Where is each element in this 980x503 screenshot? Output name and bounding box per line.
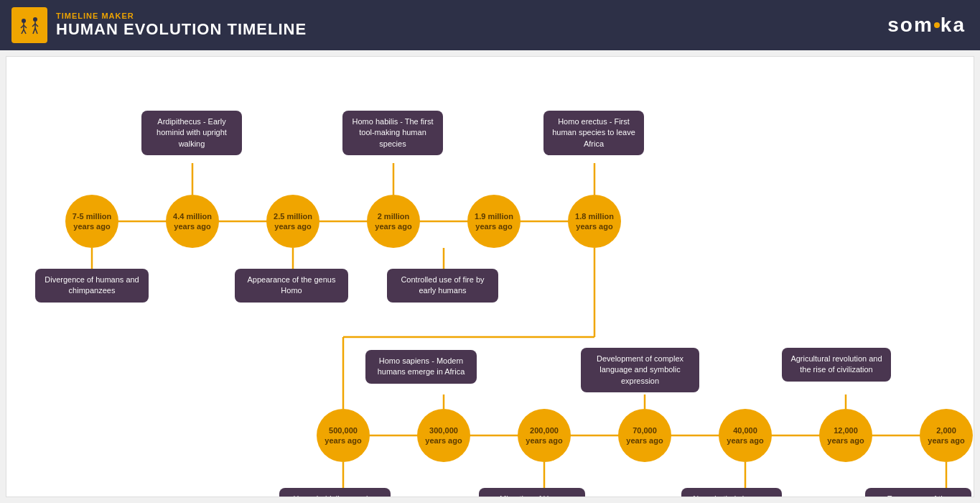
label-controlled-fire: Controlled use of fire by early humans bbox=[387, 269, 498, 303]
label-migration: Migration of Homo sapiens out of Africa bbox=[479, 488, 585, 497]
circle-7-5m: 7-5 million years ago bbox=[65, 195, 118, 248]
header: TIMELINE MAKER HUMAN EVOLUTION TIMELINE … bbox=[0, 0, 980, 50]
svg-line-11 bbox=[35, 28, 37, 34]
label-homo-erectus: Homo erectus - First human species to le… bbox=[543, 111, 644, 155]
svg-point-6 bbox=[33, 17, 37, 22]
circle-2-5m: 2.5 million years ago bbox=[266, 195, 319, 248]
label-neanderthals: Neanderthals become extinct bbox=[681, 488, 782, 497]
circle-40k: 40,000 years ago bbox=[719, 409, 772, 462]
svg-line-5 bbox=[24, 29, 26, 34]
circle-2m: 2 million years ago bbox=[367, 195, 420, 248]
timeline-area: Ardipithecus - Early hominid with uprigh… bbox=[6, 57, 974, 497]
label-genus-homo: Appearance of the genus Homo bbox=[235, 269, 348, 303]
logo bbox=[11, 7, 47, 43]
label-ardipithecus: Ardipithecus - Early hominid with uprigh… bbox=[141, 111, 242, 155]
circle-200k: 200,000 years ago bbox=[518, 409, 571, 462]
svg-line-4 bbox=[22, 29, 24, 34]
circle-12k: 12,000 years ago bbox=[819, 409, 872, 462]
circle-4-4m: 4.4 million years ago bbox=[166, 195, 219, 248]
circle-2k: 2,000 years ago bbox=[920, 409, 973, 462]
main-content: Ardipithecus - Early hominid with uprigh… bbox=[6, 56, 974, 497]
label-homo-habilis: Homo habilis - The first tool-making hum… bbox=[342, 111, 443, 155]
label-scientific-study: Emergence of the scientific study of hum… bbox=[865, 488, 971, 497]
circle-1-8m: 1.8 million years ago bbox=[568, 195, 621, 248]
label-agriculture: Agricultural revolution and the rise of … bbox=[782, 348, 891, 382]
label-complex-language: Development of complex language and symb… bbox=[581, 348, 699, 392]
header-text: TIMELINE MAKER HUMAN EVOLUTION TIMELINE bbox=[56, 11, 307, 39]
brand-name: somka bbox=[887, 14, 966, 37]
circle-500k: 500,000 years ago bbox=[317, 409, 370, 462]
svg-line-10 bbox=[33, 28, 35, 34]
label-heidelbergensis: Homo heidelbergensis - Common ancestor o… bbox=[279, 488, 391, 497]
header-subtitle: TIMELINE MAKER bbox=[56, 11, 307, 20]
circle-300k: 300,000 years ago bbox=[417, 409, 470, 462]
circle-1-9m: 1.9 million years ago bbox=[467, 195, 521, 248]
header-title: HUMAN EVOLUTION TIMELINE bbox=[56, 20, 307, 39]
label-homo-sapiens: Homo sapiens - Modern humans emerge in A… bbox=[365, 350, 477, 384]
circle-70k: 70,000 years ago bbox=[618, 409, 671, 462]
svg-point-0 bbox=[22, 19, 26, 23]
label-divergence: Divergence of humans and chimpanzees bbox=[35, 269, 149, 303]
